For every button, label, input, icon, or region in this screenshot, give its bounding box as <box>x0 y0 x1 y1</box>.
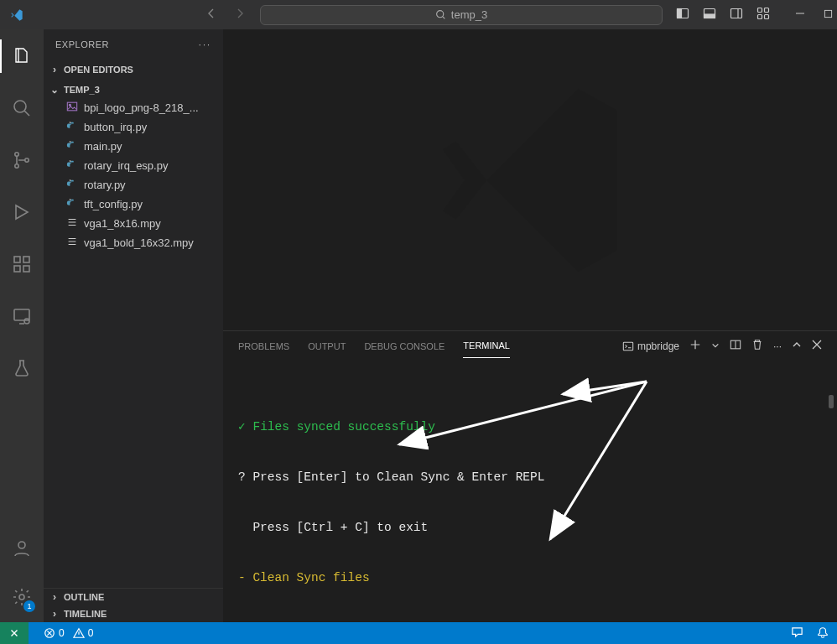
file-name: main.py <box>84 140 122 153</box>
term-line: ✓ Files synced successfully <box>238 418 822 435</box>
layout-panel-icon[interactable] <box>703 7 716 23</box>
remote-indicator[interactable] <box>0 622 29 644</box>
status-problems[interactable]: 0 0 <box>44 627 93 639</box>
activitybar: 1 <box>0 29 44 622</box>
file-name: rotary_irq_esp.py <box>84 159 168 172</box>
svg-point-28 <box>70 179 70 180</box>
file-name: rotary.py <box>84 179 126 191</box>
command-center-search[interactable]: temp_3 <box>260 5 663 25</box>
svg-rect-4 <box>704 14 715 18</box>
activity-settings[interactable]: 1 <box>0 580 44 614</box>
kill-terminal-icon[interactable] <box>751 339 763 353</box>
file-item[interactable]: vga1_8x16.mpy <box>44 214 223 233</box>
nav-back-icon[interactable] <box>205 7 218 23</box>
file-item[interactable]: bpi_logo_png-8_218_... <box>44 98 223 117</box>
activity-accounts[interactable] <box>0 532 44 565</box>
status-feedback-icon[interactable] <box>791 626 803 641</box>
window-minimize-icon[interactable] <box>795 8 805 21</box>
warning-count: 0 <box>88 627 94 639</box>
svg-point-12 <box>15 153 18 156</box>
folder-section[interactable]: ⌄ TEMP_3 <box>44 81 223 98</box>
status-bell-icon[interactable] <box>817 626 829 641</box>
activity-explorer[interactable] <box>0 39 44 73</box>
svg-rect-8 <box>758 15 762 19</box>
tab-debug-console[interactable]: DEBUG CONSOLE <box>364 335 444 358</box>
svg-point-22 <box>19 595 24 600</box>
open-editors-section[interactable]: › OPEN EDITORS <box>44 61 223 78</box>
error-icon <box>44 627 55 639</box>
file-item[interactable]: rotary.py <box>44 175 223 195</box>
file-item[interactable]: vga1_bold_16x32.mpy <box>44 233 223 252</box>
sidebar-more-icon[interactable]: ··· <box>199 39 211 49</box>
beaker-icon <box>12 358 32 378</box>
svg-point-24 <box>69 104 70 106</box>
file-item[interactable]: main.py <box>44 137 223 156</box>
files-icon <box>12 46 32 66</box>
panel-close-icon[interactable] <box>812 340 822 352</box>
chevron-right-icon: › <box>49 64 60 75</box>
timeline-section[interactable]: › TIMELINE <box>44 605 223 622</box>
outline-section[interactable]: › OUTLINE <box>44 589 223 605</box>
svg-point-29 <box>70 199 70 200</box>
remote-icon <box>8 627 20 639</box>
svg-point-26 <box>70 141 70 142</box>
svg-point-27 <box>70 160 70 161</box>
activity-remote[interactable] <box>0 299 44 333</box>
editor-empty-state <box>223 29 837 330</box>
search-text: temp_3 <box>451 8 487 21</box>
tab-problems[interactable]: PROBLEMS <box>238 335 289 358</box>
nav-forward-icon[interactable] <box>233 7 247 23</box>
activity-run-debug[interactable] <box>0 195 44 229</box>
layout-primary-sidebar-icon[interactable] <box>676 7 689 23</box>
account-icon <box>12 538 32 558</box>
file-name: vga1_bold_16x32.mpy <box>84 236 194 249</box>
panel-tabs: PROBLEMS OUTPUT DEBUG CONSOLE TERMINAL m… <box>223 331 837 361</box>
file-list: bpi_logo_png-8_218_...button_irq.pymain.… <box>44 98 223 252</box>
panel-maximize-icon[interactable] <box>792 340 802 352</box>
sidebar-title: EXPLORER ··· <box>44 29 223 60</box>
error-count: 0 <box>59 627 65 639</box>
panel-more-icon[interactable]: ··· <box>773 340 782 352</box>
svg-point-25 <box>70 122 70 122</box>
main-area: 1 EXPLORER ··· › OPEN EDITORS ⌄ TEMP_3 b… <box>0 29 837 622</box>
vscode-watermark-icon <box>421 71 639 289</box>
svg-rect-23 <box>67 102 76 111</box>
search-icon <box>12 98 32 118</box>
layout-secondary-sidebar-icon[interactable] <box>730 7 743 23</box>
svg-point-11 <box>14 101 26 112</box>
activity-extensions[interactable] <box>0 247 44 281</box>
py-file-icon <box>65 158 79 173</box>
py-file-icon <box>65 120 79 134</box>
activity-source-control[interactable] <box>0 143 44 177</box>
terminal-content[interactable]: ✓ Files synced successfully ? Press [Ent… <box>223 361 837 622</box>
terminal-dropdown-icon[interactable] <box>711 340 720 352</box>
vscode-logo-icon <box>10 8 23 22</box>
img-file-icon <box>65 101 79 115</box>
extensions-icon <box>12 254 32 274</box>
svg-rect-10 <box>824 10 831 17</box>
svg-rect-7 <box>765 8 769 13</box>
terminal-scrollbar[interactable] <box>829 395 834 408</box>
tab-output[interactable]: OUTPUT <box>308 335 346 358</box>
terminal-profile[interactable]: mpbridge <box>622 340 679 352</box>
svg-rect-5 <box>731 9 742 18</box>
chevron-right-icon: › <box>49 591 60 603</box>
file-item[interactable]: rotary_irq_esp.py <box>44 156 223 175</box>
activity-search[interactable] <box>0 91 44 125</box>
layout-customize-icon[interactable] <box>756 7 770 23</box>
sidebar-explorer: EXPLORER ··· › OPEN EDITORS ⌄ TEMP_3 bpi… <box>44 29 223 622</box>
file-item[interactable]: button_irq.py <box>44 117 223 137</box>
svg-point-14 <box>25 158 29 162</box>
tab-terminal[interactable]: TERMINAL <box>463 334 510 358</box>
svg-rect-2 <box>678 9 682 18</box>
statusbar: 0 0 <box>0 622 837 644</box>
window-maximize-icon[interactable] <box>824 8 833 21</box>
bin-file-icon <box>65 216 79 231</box>
activity-testing[interactable] <box>0 351 44 385</box>
terminal-name: mpbridge <box>637 340 679 352</box>
term-line: - Clean Sync files <box>238 569 822 586</box>
split-terminal-icon[interactable] <box>730 339 741 353</box>
file-item[interactable]: tft_config.py <box>44 195 223 214</box>
new-terminal-icon[interactable] <box>689 339 701 353</box>
folder-label: TEMP_3 <box>64 85 100 95</box>
